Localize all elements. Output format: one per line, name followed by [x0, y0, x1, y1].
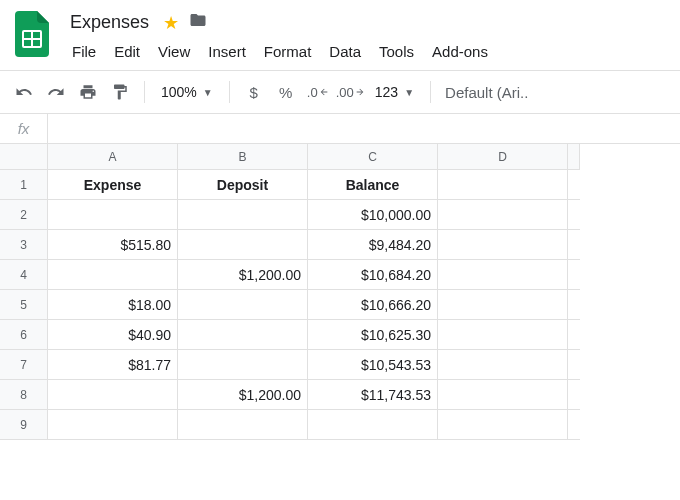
select-all-corner[interactable] [0, 144, 48, 170]
toolbar-separator [229, 81, 230, 103]
menu-edit[interactable]: Edit [106, 39, 148, 64]
cell[interactable]: Expense [48, 170, 178, 200]
row-header[interactable]: 3 [0, 230, 48, 260]
redo-button[interactable] [42, 78, 70, 106]
star-icon[interactable]: ★ [163, 12, 179, 34]
cell[interactable] [568, 410, 580, 440]
print-button[interactable] [74, 78, 102, 106]
cell[interactable] [568, 290, 580, 320]
cell[interactable] [568, 350, 580, 380]
cell[interactable]: $10,666.20 [308, 290, 438, 320]
document-title[interactable]: Expenses [66, 10, 153, 35]
format-currency-button[interactable]: $ [240, 78, 268, 106]
row-header[interactable]: 4 [0, 260, 48, 290]
row-header[interactable]: 9 [0, 410, 48, 440]
menubar: File Edit View Insert Format Data Tools … [64, 37, 668, 70]
zoom-value: 100% [161, 84, 197, 100]
cell[interactable]: Deposit [178, 170, 308, 200]
cell[interactable] [568, 380, 580, 410]
row-header[interactable]: 8 [0, 380, 48, 410]
formula-input[interactable] [48, 114, 680, 143]
cell[interactable]: $10,625.30 [308, 320, 438, 350]
column-header[interactable]: D [438, 144, 568, 170]
cell[interactable] [568, 170, 580, 200]
menu-file[interactable]: File [64, 39, 104, 64]
menu-tools[interactable]: Tools [371, 39, 422, 64]
cell[interactable] [178, 350, 308, 380]
header: Expenses ★ File Edit View Insert Format … [0, 0, 680, 70]
decrease-decimal-button[interactable]: .0 [304, 78, 332, 106]
menu-insert[interactable]: Insert [200, 39, 254, 64]
increase-decimal-button[interactable]: .00 [336, 78, 365, 106]
sheets-logo-icon[interactable] [12, 8, 52, 60]
row-header[interactable]: 6 [0, 320, 48, 350]
row-header[interactable]: 1 [0, 170, 48, 200]
column-header[interactable]: B [178, 144, 308, 170]
more-formats-label: 123 [375, 84, 398, 100]
cell[interactable]: $9,484.20 [308, 230, 438, 260]
more-formats-select[interactable]: 123 ▼ [369, 84, 420, 100]
caret-down-icon: ▼ [404, 87, 414, 98]
cell[interactable]: $515.80 [48, 230, 178, 260]
cell[interactable] [308, 410, 438, 440]
caret-down-icon: ▼ [203, 87, 213, 98]
cell[interactable] [48, 200, 178, 230]
column-header[interactable]: A [48, 144, 178, 170]
cell[interactable]: $1,200.00 [178, 380, 308, 410]
menu-addons[interactable]: Add-ons [424, 39, 496, 64]
menu-format[interactable]: Format [256, 39, 320, 64]
cell[interactable] [48, 260, 178, 290]
format-percent-button[interactable]: % [272, 78, 300, 106]
fx-icon: fx [0, 114, 48, 143]
cell[interactable] [178, 290, 308, 320]
toolbar-separator [430, 81, 431, 103]
cell[interactable] [438, 200, 568, 230]
menu-data[interactable]: Data [321, 39, 369, 64]
cell[interactable] [438, 260, 568, 290]
move-folder-icon[interactable] [189, 11, 207, 34]
font-select[interactable]: Default (Ari.. [441, 84, 532, 101]
paint-format-button[interactable] [106, 78, 134, 106]
cell[interactable] [438, 320, 568, 350]
cell[interactable] [568, 320, 580, 350]
cell[interactable]: Balance [308, 170, 438, 200]
cell[interactable]: $10,000.00 [308, 200, 438, 230]
cell[interactable] [178, 200, 308, 230]
undo-button[interactable] [10, 78, 38, 106]
cell[interactable] [48, 380, 178, 410]
column-header[interactable]: C [308, 144, 438, 170]
cell[interactable] [568, 200, 580, 230]
title-row: Expenses ★ [64, 8, 668, 37]
formula-bar: fx [0, 114, 680, 144]
cell[interactable] [438, 230, 568, 260]
cell[interactable]: $81.77 [48, 350, 178, 380]
cell[interactable]: $10,543.53 [308, 350, 438, 380]
spreadsheet-grid: A B C D 1 Expense Deposit Balance 2 $10,… [0, 144, 680, 440]
cell[interactable] [438, 170, 568, 200]
cell[interactable] [568, 260, 580, 290]
zoom-select[interactable]: 100% ▼ [155, 84, 219, 100]
cell[interactable]: $18.00 [48, 290, 178, 320]
cell[interactable]: $40.90 [48, 320, 178, 350]
cell[interactable] [178, 320, 308, 350]
cell[interactable] [438, 350, 568, 380]
toolbar-separator [144, 81, 145, 103]
cell[interactable]: $11,743.53 [308, 380, 438, 410]
cell[interactable] [178, 410, 308, 440]
menu-view[interactable]: View [150, 39, 198, 64]
cell[interactable]: $10,684.20 [308, 260, 438, 290]
cell[interactable] [178, 230, 308, 260]
cell[interactable] [438, 380, 568, 410]
cell[interactable]: $1,200.00 [178, 260, 308, 290]
cell[interactable] [438, 410, 568, 440]
row-header[interactable]: 2 [0, 200, 48, 230]
title-area: Expenses ★ File Edit View Insert Format … [64, 8, 668, 70]
row-header[interactable]: 7 [0, 350, 48, 380]
toolbar: 100% ▼ $ % .0 .00 123 ▼ Default (Ari.. [0, 70, 680, 114]
row-header[interactable]: 5 [0, 290, 48, 320]
cell[interactable] [438, 290, 568, 320]
column-header-partial[interactable] [568, 144, 580, 170]
cell[interactable] [568, 230, 580, 260]
cell[interactable] [48, 410, 178, 440]
